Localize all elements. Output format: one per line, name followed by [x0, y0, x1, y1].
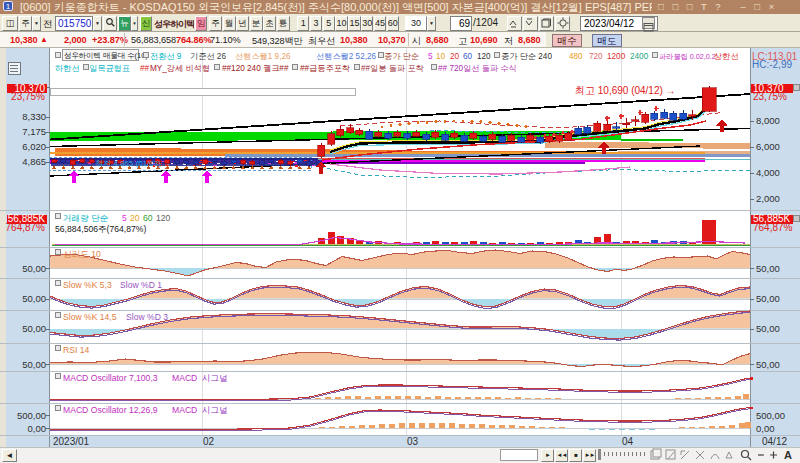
svg-text:상한선: 상한선: [714, 52, 739, 61]
svg-text:1200: 1200: [607, 52, 626, 61]
svg-text:120: 120: [477, 52, 491, 61]
svg-text:4,865: 4,865: [22, 156, 46, 167]
svg-text:MACD: MACD: [172, 405, 197, 415]
svg-text:시그널: 시그널: [202, 373, 228, 383]
svg-text:0,00: 0,00: [756, 423, 775, 434]
svg-text:50,00: 50,00: [22, 263, 46, 274]
svg-text:20: 20: [450, 52, 460, 61]
svg-text:7,175: 7,175: [22, 126, 46, 137]
svg-text:##: ##: [140, 64, 150, 73]
svg-text:##급등주포착: ##급등주포착: [300, 64, 350, 73]
svg-text:선행스퐱1 9,26: 선행스퐱1 9,26: [235, 52, 291, 61]
svg-text:60: 60: [463, 52, 473, 61]
svg-text:8,330: 8,330: [22, 111, 46, 122]
svg-text:HC:-2,99: HC:-2,99: [752, 59, 792, 70]
svg-text:02: 02: [203, 436, 215, 447]
svg-text:MACD Oscillator 7,100,3: MACD Oscillator 7,100,3: [63, 373, 158, 383]
svg-text:Slow %D 3: Slow %D 3: [126, 312, 168, 322]
svg-text:50,00: 50,00: [756, 263, 780, 274]
svg-text:기준선 26: 기준선 26: [190, 52, 226, 61]
svg-text:50,00: 50,00: [756, 293, 780, 304]
svg-text:##120 240 궬크##: ##120 240 궬크##: [222, 64, 289, 73]
svg-text:종가 단순: 종가 단순: [384, 52, 419, 61]
svg-text:RSI 14: RSI 14: [63, 345, 89, 355]
svg-text:50,00: 50,00: [22, 359, 46, 370]
svg-text:6,020: 6,020: [22, 141, 46, 152]
svg-text:6,000: 6,000: [756, 141, 780, 152]
svg-text:일목균형표: 일목균형표: [89, 64, 130, 73]
svg-text:23,75%: 23,75%: [753, 91, 787, 102]
svg-text:764,87%: 764,87%: [6, 222, 46, 233]
svg-text:Slow %D 1: Slow %D 1: [120, 280, 162, 290]
svg-text:최저 4,865 (01/03) →: 최저 4,865 (01/03) →: [95, 159, 171, 168]
svg-text:최고 10,690 (04/12) →: 최고 10,690 (04/12) →: [575, 85, 676, 96]
svg-text:2,000: 2,000: [756, 193, 780, 204]
svg-text:파라볼립 0.02,0.2: 파라볼립 0.02,0.2: [659, 52, 716, 61]
svg-text:120: 120: [156, 213, 171, 223]
svg-text:0,00: 0,00: [28, 423, 47, 434]
svg-text:10: 10: [436, 52, 446, 61]
svg-text:20: 20: [130, 213, 140, 223]
svg-text:2023/01: 2023/01: [53, 436, 90, 447]
svg-text:50,00: 50,00: [22, 293, 46, 304]
svg-text:23,75%: 23,75%: [11, 91, 45, 102]
svg-text:50,00: 50,00: [756, 359, 780, 370]
svg-text:500,00: 500,00: [17, 410, 46, 421]
svg-text:MACD: MACD: [172, 373, 197, 383]
svg-text:60: 60: [143, 213, 153, 223]
svg-text:성우하이텍 매물대 수(10): 성우하이텍 매물대 수(10): [64, 51, 148, 60]
svg-text:MY_강세 비석형: MY_강세 비석형: [150, 64, 210, 73]
svg-text:2400: 2400: [630, 52, 649, 61]
svg-text:종가 단순 240: 종가 단순 240: [501, 52, 552, 61]
svg-text:480: 480: [569, 52, 583, 61]
svg-text:시그널: 시그널: [202, 405, 228, 415]
svg-text:4,000: 4,000: [756, 167, 780, 178]
svg-text:50,00: 50,00: [756, 323, 780, 334]
svg-text:50,00: 50,00: [22, 323, 46, 334]
svg-text:764,87%: 764,87%: [753, 222, 793, 233]
svg-text:Slow %K 14,5: Slow %K 14,5: [63, 312, 117, 322]
svg-text:## 720일선 돌파 수식: ## 720일선 돌파 수식: [438, 64, 517, 73]
svg-text:5: 5: [122, 213, 127, 223]
svg-text:04: 04: [622, 436, 634, 447]
svg-text:Slow %K 5,3: Slow %K 5,3: [63, 280, 112, 290]
svg-text:선행스퐱2 52,26: 선행스퐱2 52,26: [316, 52, 377, 61]
svg-text:##일봉 돌파 포착: ##일봉 돌파 포착: [361, 64, 424, 73]
svg-text:전환선 9: 전환선 9: [150, 52, 182, 61]
svg-text:04/12: 04/12: [762, 436, 787, 447]
svg-text:심리도 10: 심리도 10: [63, 249, 101, 259]
svg-text:03: 03: [407, 436, 419, 447]
svg-text:720: 720: [589, 52, 603, 61]
svg-text:8,000: 8,000: [756, 115, 780, 126]
svg-text:하한선: 하한선: [55, 64, 80, 73]
svg-text:56,884,506주(764,87%): 56,884,506주(764,87%): [55, 224, 146, 234]
svg-text:거래량 단순: 거래량 단순: [63, 213, 108, 223]
svg-text:5: 5: [428, 52, 433, 61]
svg-text:A: A: [784, 449, 792, 461]
svg-text:500,00: 500,00: [756, 410, 785, 421]
svg-text:MACD Oscillator 12,26,9: MACD Oscillator 12,26,9: [63, 405, 158, 415]
